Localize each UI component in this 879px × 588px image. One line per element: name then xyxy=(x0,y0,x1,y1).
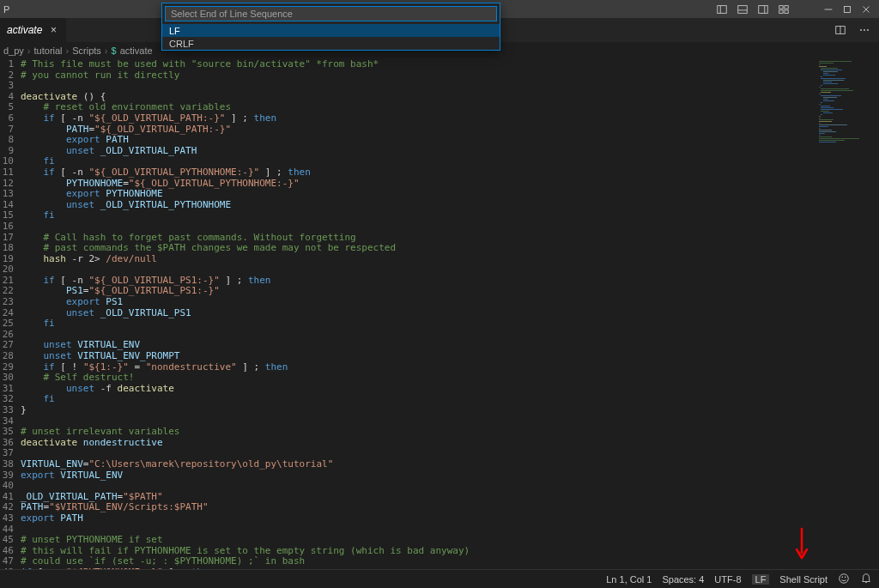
eol-quick-picker: Select End of Line Sequence LF CRLF xyxy=(161,3,500,51)
breadcrumb-part[interactable]: d_py xyxy=(3,45,24,56)
tab-activate[interactable]: activate × xyxy=(0,18,66,42)
svg-rect-8 xyxy=(779,9,783,13)
quick-picker-item-crlf[interactable]: CRLF xyxy=(162,37,500,50)
breadcrumb-part[interactable]: Scripts xyxy=(72,45,101,56)
status-encoding[interactable]: UTF-8 xyxy=(714,574,741,585)
status-cursor-position[interactable]: Ln 1, Col 1 xyxy=(606,574,652,585)
svg-rect-2 xyxy=(738,5,748,13)
titlebar-left-text: P xyxy=(3,4,9,15)
layout-sidebar-right-icon[interactable] xyxy=(754,1,773,18)
status-language[interactable]: Shell Script xyxy=(779,574,827,585)
more-actions-icon[interactable]: ⋯ xyxy=(855,21,874,39)
svg-point-16 xyxy=(840,573,849,583)
svg-rect-7 xyxy=(785,5,788,9)
quick-picker-placeholder: Select End of Line Sequence xyxy=(171,9,293,19)
svg-point-18 xyxy=(845,576,846,577)
breadcrumb-symbol-prefix: $ xyxy=(112,45,117,56)
layout-icons xyxy=(712,1,793,18)
minimize-icon[interactable] xyxy=(819,1,838,18)
svg-point-17 xyxy=(842,576,843,577)
status-indent[interactable]: Spaces: 4 xyxy=(662,574,704,585)
svg-rect-11 xyxy=(845,6,851,12)
tab-close-icon[interactable]: × xyxy=(47,24,59,36)
maximize-icon[interactable] xyxy=(838,1,857,18)
minimap[interactable] xyxy=(810,59,879,569)
quick-picker-item-lf[interactable]: LF xyxy=(162,24,500,37)
annotation-arrow xyxy=(791,527,812,564)
svg-rect-4 xyxy=(759,5,768,13)
svg-rect-6 xyxy=(779,5,783,9)
svg-rect-0 xyxy=(718,5,727,13)
editor-area[interactable]: 1234567891011121314151617181920212223242… xyxy=(0,59,879,569)
tab-label: activate xyxy=(7,24,42,36)
window-controls xyxy=(819,1,876,18)
breadcrumb-part[interactable]: tutorial xyxy=(34,45,63,56)
layout-grid-icon[interactable] xyxy=(774,1,793,18)
close-icon[interactable] xyxy=(857,1,876,18)
svg-rect-9 xyxy=(785,9,788,13)
quick-picker-list: LF CRLF xyxy=(162,24,500,50)
chevron-right-icon: › xyxy=(27,45,31,56)
feedback-icon[interactable] xyxy=(838,573,850,586)
layout-panel-icon[interactable] xyxy=(733,1,752,18)
chevron-right-icon: › xyxy=(66,45,70,56)
code-content[interactable]: # This file must be used with "source bi… xyxy=(21,59,810,569)
quick-picker-input[interactable]: Select End of Line Sequence xyxy=(165,6,497,21)
layout-sidebar-left-icon[interactable] xyxy=(712,1,731,18)
chevron-right-icon: › xyxy=(105,45,108,56)
minimap-content xyxy=(819,61,876,143)
line-number-gutter: 1234567891011121314151617181920212223242… xyxy=(0,59,21,569)
status-eol[interactable]: LF xyxy=(752,574,770,585)
bell-icon[interactable] xyxy=(860,573,872,586)
breadcrumb-part[interactable]: activate xyxy=(120,45,153,56)
status-bar: Ln 1, Col 1 Spaces: 4 UTF-8 LF Shell Scr… xyxy=(0,569,879,588)
split-editor-icon[interactable] xyxy=(831,21,850,39)
